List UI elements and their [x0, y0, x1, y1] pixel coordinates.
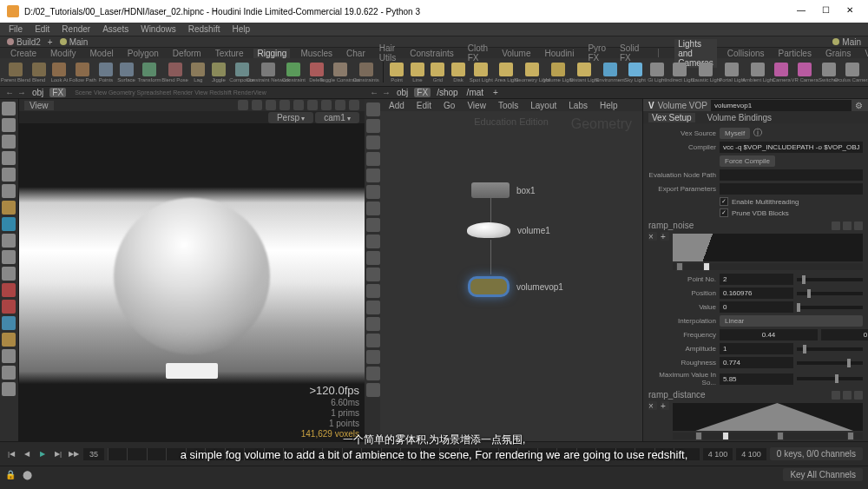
net-path-fwd-icon[interactable]: → — [382, 88, 391, 97]
ramp-distance-canvas[interactable] — [673, 403, 863, 431]
viewport-display-icon[interactable] — [366, 202, 380, 215]
ramp-gear-icon[interactable] — [854, 221, 863, 230]
viewport-display-icon[interactable] — [366, 334, 380, 347]
viewport-control-icon[interactable] — [266, 100, 276, 110]
viewport-display-icon[interactable] — [366, 218, 380, 232]
viewport-control-icon[interactable] — [279, 100, 290, 110]
net-menu-tools[interactable]: Tools — [496, 101, 520, 110]
viewport-tool-icon[interactable] — [2, 300, 16, 314]
menu-file[interactable]: File — [7, 24, 24, 34]
shelf-tab[interactable]: Volume — [498, 49, 534, 58]
maxval-slider[interactable] — [797, 377, 864, 380]
tool-button[interactable]: Follow Path — [70, 60, 95, 84]
tool-button[interactable]: Blend — [30, 60, 49, 84]
node-box1[interactable]: box1 — [471, 182, 536, 198]
path-obj[interactable]: obj — [30, 88, 46, 97]
viewport-tool-icon[interactable] — [2, 201, 16, 215]
net-menu-edit[interactable]: Edit — [415, 101, 433, 110]
ramp1-value[interactable] — [720, 301, 793, 313]
viewport-tool-icon[interactable] — [2, 333, 16, 347]
node-volumevop1[interactable]: volumevop1 — [468, 276, 563, 297]
viewport-tool-icon[interactable] — [2, 151, 16, 165]
ramp1-pointno[interactable] — [720, 274, 793, 285]
ramp1-position[interactable] — [720, 287, 793, 299]
viewport-control-icon[interactable] — [321, 100, 332, 110]
pointno-slider[interactable] — [797, 278, 864, 281]
ramp2-remove-icon[interactable] — [843, 391, 852, 400]
eval-path-field[interactable] — [720, 169, 863, 181]
maxval-field[interactable] — [720, 373, 793, 385]
viewport-display-icon[interactable] — [366, 185, 380, 199]
viewport-display-icon[interactable] — [366, 152, 380, 166]
menu-edit[interactable]: Edit — [33, 24, 51, 34]
amplitude-slider[interactable] — [797, 347, 864, 351]
desk-current[interactable]: Build2 — [7, 37, 41, 47]
viewport-display-icon[interactable] — [366, 268, 380, 281]
tool-button[interactable]: Distant Light — [572, 60, 596, 84]
tool-button[interactable]: Camera — [772, 60, 791, 84]
viewport-tool-icon[interactable] — [2, 283, 16, 297]
viewport-tool-icon[interactable] — [2, 168, 16, 182]
ramp-remove-icon[interactable] — [843, 221, 852, 230]
viewport-tool-icon[interactable] — [2, 382, 16, 396]
viewport-display-icon[interactable] — [366, 284, 380, 298]
viewport-display-icon[interactable] — [366, 367, 380, 380]
tool-button[interactable]: Surface — [117, 60, 136, 84]
tool-button[interactable]: Parent Blend — [3, 60, 28, 84]
shelf-tab[interactable]: Texture — [212, 49, 247, 58]
shelf-tab[interactable]: Modify — [47, 49, 79, 58]
shelf-tab[interactable]: Polygon — [124, 49, 162, 58]
tool-button[interactable]: Constraint — [282, 60, 306, 84]
viewport-tool-icon[interactable] — [2, 349, 16, 363]
ramp2-gear-icon[interactable] — [854, 391, 863, 400]
force-compile-button[interactable]: Force Compile — [720, 155, 775, 167]
menu-assets[interactable]: Assets — [101, 24, 130, 34]
multithreading-checkbox[interactable] — [720, 197, 728, 206]
net-path-mat[interactable]: /mat — [464, 88, 486, 97]
net-path-obj[interactable]: obj — [394, 88, 411, 97]
tool-button[interactable]: Grid — [429, 60, 448, 84]
tool-button[interactable]: Constraint Network — [256, 60, 280, 84]
minimize-button[interactable]: — — [795, 5, 807, 17]
ramp2-expand-icon[interactable]: + — [661, 401, 669, 410]
roughness-field[interactable] — [720, 357, 793, 368]
desk-add[interactable]: + — [48, 37, 53, 47]
shelf-tab[interactable]: Constraints — [406, 49, 457, 58]
shelf-tab[interactable]: Collisions — [724, 49, 768, 58]
shelf-tab[interactable]: Create — [7, 49, 40, 58]
tool-button[interactable]: Volume Light — [546, 60, 570, 84]
gear-icon[interactable]: ⚙ — [855, 101, 863, 110]
menu-render[interactable]: Render — [60, 24, 92, 34]
ramp-distance-track[interactable] — [673, 433, 863, 439]
ramp1-interp-select[interactable]: Linear — [720, 315, 863, 327]
freq-y[interactable] — [821, 329, 868, 340]
ramp2-collapse-icon[interactable]: × — [648, 401, 657, 410]
first-frame-button[interactable]: |◀ — [5, 448, 17, 460]
status-auto-icon[interactable]: ⬤ — [23, 470, 32, 479]
menu-help[interactable]: Help — [230, 24, 252, 34]
key-all-channels-button[interactable]: Key All Channels — [783, 468, 863, 481]
viewport-tool-icon[interactable] — [2, 316, 16, 330]
viewport-control-icon[interactable] — [293, 100, 304, 110]
close-button[interactable]: ✕ — [844, 5, 856, 17]
maximize-button[interactable]: ☐ — [819, 5, 832, 17]
net-menu-go[interactable]: Go — [442, 101, 457, 110]
tool-button[interactable]: Lag — [189, 60, 208, 84]
value-slider[interactable] — [797, 306, 864, 309]
net-path-fx[interactable]: FX — [414, 88, 431, 97]
viewport-display-icon[interactable] — [366, 169, 380, 182]
viewport-tool-icon[interactable] — [2, 267, 16, 281]
viewport-display-icon[interactable] — [366, 119, 380, 133]
node-volume1[interactable]: volume1 — [467, 222, 550, 238]
tool-button[interactable]: Constraints — [354, 60, 378, 84]
path-fwd-icon[interactable]: → — [17, 88, 26, 97]
tool-button[interactable]: Indirect Light — [667, 60, 692, 84]
viewport-control-icon[interactable] — [335, 100, 345, 110]
viewport-display-icon[interactable] — [366, 235, 380, 248]
viewport-control-icon[interactable] — [252, 100, 262, 110]
tool-button[interactable]: Portal Light — [720, 60, 744, 84]
ramp-collapse-icon[interactable]: × — [648, 232, 657, 241]
viewport-tool-icon[interactable] — [2, 135, 16, 149]
camera-selector[interactable]: cam1 ▾ — [315, 112, 359, 123]
freq-x[interactable] — [720, 329, 818, 340]
